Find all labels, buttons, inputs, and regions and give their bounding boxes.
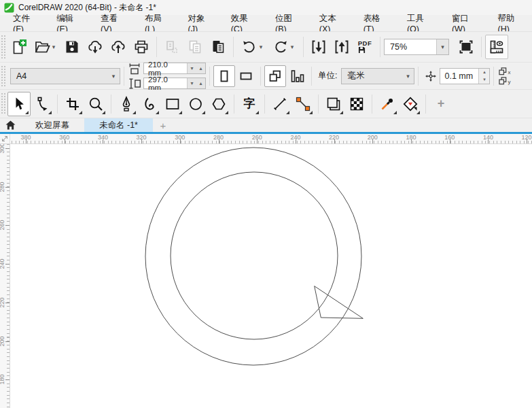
interactive-fill-tool[interactable] (399, 92, 422, 116)
fill-tool-icon (402, 96, 419, 112)
spin-up-icon[interactable]: ▴ (196, 80, 205, 86)
spin-down-icon[interactable]: ▾ (479, 76, 489, 84)
portrait-orientation-button[interactable] (213, 65, 235, 87)
import-arrow-icon (311, 39, 327, 55)
all-pages-icon (267, 68, 283, 84)
spin-down-icon[interactable]: ▾ (188, 65, 196, 71)
nudge-spinner[interactable]: ▴ ▾ (478, 69, 489, 84)
drawing-canvas[interactable] (10, 144, 532, 408)
all-pages-button[interactable] (264, 65, 286, 87)
pen-tool[interactable] (115, 92, 138, 116)
duplicate-distance-x[interactable]: x (499, 67, 514, 75)
property-bar-separator (493, 67, 494, 86)
vertical-ruler-ticks (7, 144, 10, 408)
drop-shadow-tool[interactable] (322, 92, 345, 116)
paste-button[interactable] (207, 35, 230, 59)
portrait-icon (216, 68, 232, 84)
units-caret[interactable]: ▾ (402, 73, 414, 80)
page-height-spinner[interactable]: ▾ ▴ (187, 78, 205, 88)
ruler-origin-corner[interactable] (0, 134, 10, 144)
open-document-button[interactable]: ▾ (31, 35, 60, 59)
open-folder-icon (34, 39, 50, 55)
horizontal-ruler[interactable]: 3803603403203002802602402202001801601401… (10, 134, 532, 144)
freehand-tool[interactable] (138, 92, 161, 116)
toolbox-separator (318, 95, 319, 114)
print-button[interactable] (130, 35, 153, 59)
h-ruler-major-tick (180, 139, 181, 143)
property-bar-grip[interactable] (1, 65, 6, 86)
crop-tool[interactable] (61, 92, 84, 116)
page-height-value[interactable]: 297.0 mm (144, 75, 187, 92)
connector-tool-icon (295, 96, 311, 112)
duplicate-distance-y[interactable]: y (499, 77, 514, 85)
fullscreen-preview-button[interactable] (455, 35, 478, 59)
polygon-tool[interactable] (207, 92, 230, 116)
page-width-value[interactable]: 210.0 mm (144, 61, 187, 77)
nudge-distance-value[interactable]: 0.1 mm (440, 71, 478, 81)
connector-tool[interactable] (291, 92, 315, 116)
rectangle-tool[interactable] (161, 92, 184, 116)
inner-circle-shape[interactable] (171, 172, 338, 339)
toolbar-separator (481, 37, 482, 57)
import-button[interactable] (84, 35, 107, 59)
ellipse-tool[interactable] (184, 92, 207, 116)
units-combo[interactable]: 毫米 ▾ (341, 68, 414, 84)
eyedropper-tool[interactable] (376, 92, 399, 116)
export-button[interactable] (107, 35, 130, 59)
cut-button[interactable] (160, 35, 183, 59)
h-ruler-major-tick (527, 139, 527, 143)
undo-button[interactable]: ▾ (237, 35, 268, 59)
v-ruler-label: 260 (0, 217, 5, 233)
undo-dropdown-caret[interactable]: ▾ (258, 44, 264, 50)
publish-to-pdf-button[interactable]: PDF (353, 35, 376, 59)
redo-button[interactable]: ▾ (268, 35, 300, 59)
show-rulers-button[interactable] (485, 35, 508, 59)
ellipse-tool-icon (188, 96, 204, 112)
current-page-button[interactable] (286, 65, 308, 87)
new-document-button[interactable] (7, 35, 31, 59)
new-tab-button[interactable]: + (153, 118, 173, 132)
text-tool[interactable]: 字 (238, 92, 261, 116)
pattern-fill-tool[interactable] (345, 92, 368, 116)
page-size-combo[interactable]: A4 ▾ (10, 68, 120, 84)
property-bar-separator (311, 67, 312, 86)
nudge-distance-field[interactable]: 0.1 mm ▴ ▾ (440, 68, 490, 84)
spin-down-icon[interactable]: ▾ (188, 80, 196, 86)
save-button[interactable] (60, 35, 84, 59)
page-width-field[interactable]: 210.0 mm ▾ ▴ (143, 63, 206, 74)
zoom-level-combo[interactable]: 75% ▾ (384, 39, 449, 55)
export-document-button[interactable] (330, 35, 353, 59)
copy-button[interactable] (183, 35, 207, 59)
shape-tool[interactable] (31, 92, 54, 116)
outer-circle-shape[interactable] (145, 148, 361, 365)
canvas-shapes-layer (10, 144, 532, 408)
save-floppy-icon (64, 39, 80, 55)
open-dropdown-caret[interactable]: ▾ (50, 44, 57, 50)
redo-dropdown-caret[interactable]: ▾ (289, 44, 296, 50)
h-ruler-major-tick (372, 139, 373, 143)
parallel-dimension-tool[interactable] (268, 92, 291, 116)
import-document-button[interactable] (307, 35, 330, 59)
home-tab-button[interactable] (0, 118, 20, 132)
zoom-level-value[interactable]: 75% (385, 42, 436, 52)
page-width-spinner[interactable]: ▾ ▴ (187, 63, 205, 73)
tab-welcome-screen[interactable]: 欢迎屏幕 (20, 118, 84, 132)
spin-up-icon[interactable]: ▴ (479, 69, 489, 76)
page-size-caret[interactable]: ▾ (107, 73, 120, 80)
page-size-value[interactable]: A4 (11, 71, 107, 81)
toolbar-grip[interactable] (1, 35, 6, 59)
h-ruler-major-tick (219, 139, 219, 143)
property-bar: A4 ▾ 210.0 mm ▾ ▴ (0, 63, 532, 90)
landscape-orientation-button[interactable] (235, 65, 257, 87)
v-ruler-major-tick (5, 264, 10, 265)
zoom-combo-caret[interactable]: ▾ (436, 39, 448, 54)
spin-up-icon[interactable]: ▴ (196, 65, 205, 71)
customize-toolbox-button[interactable]: + (429, 92, 453, 116)
toolbox-grip[interactable] (1, 92, 6, 115)
units-value[interactable]: 毫米 (342, 70, 402, 82)
vertical-ruler[interactable]: 300280260240220200180 (0, 144, 10, 408)
page-height-field[interactable]: 297.0 mm ▾ ▴ (143, 78, 206, 89)
pick-tool[interactable] (7, 92, 31, 116)
tab-document-1[interactable]: 未命名 -1* (84, 118, 153, 132)
zoom-tool[interactable] (84, 92, 107, 116)
